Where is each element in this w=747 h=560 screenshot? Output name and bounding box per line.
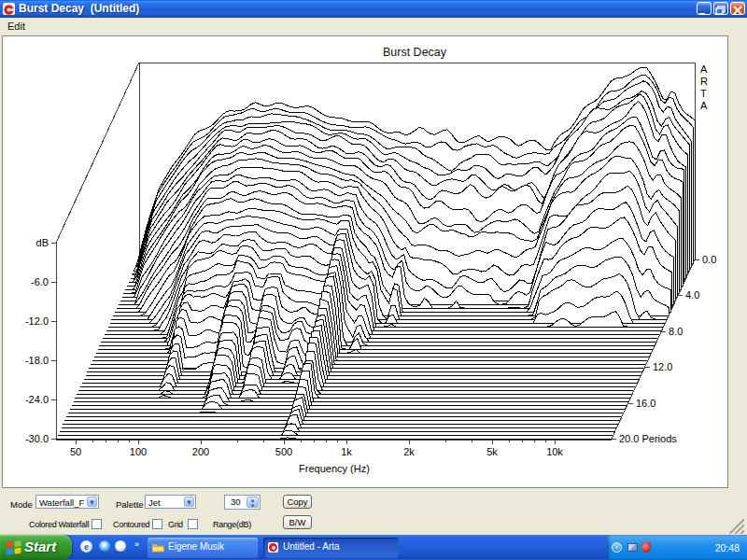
svg-text:A: A xyxy=(700,100,708,111)
svg-text:500: 500 xyxy=(275,446,292,457)
svg-text:A: A xyxy=(700,63,708,75)
svg-text:0.0: 0.0 xyxy=(702,254,716,265)
svg-text:-6.0: -6.0 xyxy=(31,276,49,287)
svg-text:2k: 2k xyxy=(403,446,415,457)
svg-text:-18.0: -18.0 xyxy=(25,355,49,366)
svg-text:Frequency (Hz): Frequency (Hz) xyxy=(299,463,370,474)
svg-text:4.0: 4.0 xyxy=(685,289,699,301)
svg-text:100: 100 xyxy=(130,446,147,457)
svg-text:Burst Decay: Burst Decay xyxy=(383,46,447,59)
svg-text:T: T xyxy=(700,88,707,99)
svg-text:20.0 Periods: 20.0 Periods xyxy=(619,433,677,444)
svg-text:200: 200 xyxy=(192,446,209,457)
svg-text:10k: 10k xyxy=(546,446,563,457)
svg-text:-30.0: -30.0 xyxy=(25,433,49,444)
svg-text:16.0: 16.0 xyxy=(636,398,655,409)
svg-text:8.0: 8.0 xyxy=(669,326,683,337)
svg-text:12.0: 12.0 xyxy=(653,361,672,372)
svg-text:R: R xyxy=(700,76,708,87)
svg-text:1k: 1k xyxy=(341,446,352,457)
svg-text:-24.0: -24.0 xyxy=(25,394,49,405)
svg-text:-12.0: -12.0 xyxy=(25,315,49,327)
svg-text:50: 50 xyxy=(70,446,81,457)
svg-text:dB: dB xyxy=(36,237,49,248)
svg-text:5k: 5k xyxy=(486,446,498,457)
